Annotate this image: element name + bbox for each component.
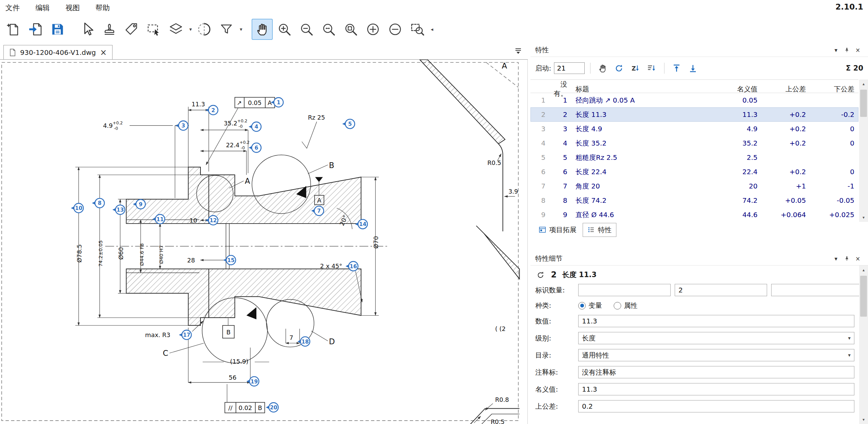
table-row-selected[interactable]: 2 2 长度 11.3 11.3 +0.2 -0.2 bbox=[530, 107, 858, 122]
row-index: 2 bbox=[530, 110, 550, 119]
table-row[interactable]: 5 5 粗糙度Rz 2.5 2.5 bbox=[530, 150, 858, 165]
panel-close-icon[interactable]: × bbox=[852, 254, 863, 263]
renumber-icon[interactable] bbox=[612, 62, 626, 74]
balloon-1[interactable]: 1 bbox=[271, 97, 283, 107]
table-row[interactable]: 8 8 长度 74.2 74.2 +0.05 -0.05 bbox=[530, 193, 858, 208]
layers-dropdown-arrow[interactable]: ▾ bbox=[188, 26, 194, 32]
menu-view[interactable]: 视图 bbox=[65, 3, 80, 13]
table-row[interactable]: 1 1 径向跳动 ↗ 0.05 A 0.05 bbox=[530, 93, 858, 107]
upper-tolerance-field[interactable] bbox=[578, 400, 854, 412]
filter-dropdown-arrow[interactable]: ▾ bbox=[238, 26, 244, 32]
document-tab[interactable]: 930-1200-406-V1.dwg × bbox=[3, 45, 113, 59]
col-header-no[interactable]: 没有。 bbox=[550, 80, 571, 98]
tab-project-extension[interactable]: 项目拓展 bbox=[534, 223, 581, 237]
id-count-field-2[interactable] bbox=[675, 284, 767, 296]
zoom-window-button[interactable] bbox=[340, 19, 361, 40]
details-scrollbar[interactable]: ▴ ▾ bbox=[859, 266, 868, 424]
pick-hand-icon[interactable] bbox=[596, 62, 610, 74]
decrease-button[interactable] bbox=[385, 19, 406, 40]
balloon-5[interactable]: 5 bbox=[342, 119, 355, 129]
scroll-thumb[interactable] bbox=[860, 90, 867, 117]
move-top-icon[interactable] bbox=[670, 62, 684, 74]
save-button[interactable] bbox=[47, 19, 68, 40]
scroll-thumb[interactable] bbox=[860, 276, 867, 317]
id-count-field-1[interactable] bbox=[578, 284, 671, 296]
dim-10: 10 bbox=[190, 217, 197, 224]
stamp-button[interactable] bbox=[99, 19, 120, 40]
balloon-20[interactable]: 20 bbox=[266, 403, 279, 412]
zoom-out-button[interactable] bbox=[296, 19, 317, 40]
table-row[interactable]: 3 3 长度 4.9 4.9 +0.2 0 bbox=[530, 122, 858, 136]
col-header-title[interactable]: 标题 bbox=[571, 85, 693, 94]
panel-collapse-icon[interactable]: ▾ bbox=[830, 254, 841, 263]
scroll-down-icon[interactable]: ▾ bbox=[859, 415, 868, 424]
radio-attribute-label[interactable]: 属性 bbox=[624, 301, 638, 310]
panel-collapse-icon[interactable]: ▾ bbox=[830, 45, 841, 55]
new-document-button[interactable] bbox=[3, 19, 24, 40]
tag-icon bbox=[124, 22, 139, 37]
svg-text:5: 5 bbox=[348, 121, 352, 127]
mirror-arc-button[interactable] bbox=[194, 19, 215, 40]
tab-characteristics[interactable]: 特性 bbox=[583, 223, 616, 237]
scroll-down-icon[interactable]: ▾ bbox=[859, 213, 868, 222]
nominal-field[interactable] bbox=[578, 383, 854, 395]
col-header-lower[interactable]: 下公差 bbox=[810, 85, 858, 94]
move-bottom-icon[interactable] bbox=[686, 62, 700, 74]
balloon-13[interactable]: 13 bbox=[113, 205, 125, 214]
level-select[interactable]: 长度 ▾ bbox=[578, 332, 854, 344]
row-index: 1 bbox=[530, 96, 550, 104]
id-count-field-3[interactable] bbox=[771, 284, 864, 296]
balloon-17[interactable]: 17 bbox=[179, 330, 192, 340]
scroll-up-icon[interactable]: ▴ bbox=[859, 79, 868, 88]
balloon-10[interactable]: 10 bbox=[71, 203, 84, 213]
zoom-extents-button[interactable] bbox=[318, 19, 339, 40]
sort-list-icon[interactable] bbox=[645, 62, 659, 74]
table-row[interactable]: 4 4 长度 35.2 35.2 +0.2 0 bbox=[530, 136, 858, 150]
balloon-3[interactable]: 3 bbox=[176, 121, 188, 131]
note-field[interactable] bbox=[578, 366, 854, 378]
marquee-select-button[interactable] bbox=[143, 19, 164, 40]
balloon-15[interactable]: 15 bbox=[223, 255, 236, 265]
table-row[interactable]: 6 6 长度 22.4 22.4 +0.2 0 bbox=[530, 165, 858, 179]
open-document-button[interactable] bbox=[25, 19, 46, 40]
menu-help[interactable]: 帮助 bbox=[95, 3, 110, 13]
drawing-canvas[interactable]: A ↗ 0.05 A 11. bbox=[0, 60, 528, 424]
value-field[interactable] bbox=[578, 315, 854, 327]
sort-z-icon[interactable]: Z bbox=[629, 62, 642, 74]
balloon-2[interactable]: 2 bbox=[206, 105, 218, 115]
menu-file[interactable]: 文件 bbox=[5, 3, 20, 13]
filter-button[interactable] bbox=[216, 19, 237, 40]
radio-variable[interactable] bbox=[578, 302, 586, 309]
table-scrollbar[interactable]: ▴ ▾ bbox=[859, 79, 868, 222]
tab-close-icon[interactable]: × bbox=[100, 48, 107, 57]
zoom-selection-button[interactable] bbox=[407, 19, 428, 40]
increase-button[interactable] bbox=[362, 19, 384, 40]
layers-button[interactable] bbox=[165, 19, 186, 40]
radio-variable-label[interactable]: 变量 bbox=[588, 301, 602, 310]
zoom-in-button[interactable] bbox=[274, 19, 295, 40]
table-row[interactable]: 7 7 角度 20 20 +1 -1 bbox=[530, 179, 858, 193]
select-arrow-button[interactable] bbox=[77, 19, 98, 40]
col-header-upper[interactable]: 上公差 bbox=[762, 85, 810, 94]
panel-pin-icon[interactable] bbox=[841, 45, 852, 55]
toolbar-collapse-arrow[interactable]: ◂ bbox=[429, 26, 435, 32]
scroll-up-icon[interactable]: ▴ bbox=[859, 266, 868, 274]
balloon-8[interactable]: 8 bbox=[92, 198, 105, 208]
tag-button[interactable] bbox=[121, 19, 142, 40]
radio-attribute[interactable] bbox=[614, 302, 621, 309]
tab-list-menu-button[interactable] bbox=[514, 48, 522, 56]
balloon-6[interactable]: 6 bbox=[249, 143, 261, 153]
start-input[interactable] bbox=[554, 62, 585, 74]
panel-pin-icon[interactable] bbox=[841, 254, 852, 263]
menu-edit[interactable]: 编辑 bbox=[35, 3, 50, 13]
table-row[interactable]: 9 9 直径 Ø 44.6 44.6 +0.064 +0.025 bbox=[530, 208, 858, 222]
balloon-18[interactable]: 18 bbox=[297, 337, 310, 346]
balloon-19[interactable]: 19 bbox=[246, 377, 259, 386]
col-header-nominal[interactable]: 名义值 bbox=[693, 85, 762, 94]
new-document-icon bbox=[6, 22, 21, 37]
balloon-4[interactable]: 4 bbox=[249, 122, 261, 132]
panel-close-icon[interactable]: × bbox=[852, 45, 863, 55]
catalog-select[interactable]: 通用特性 ▾ bbox=[578, 349, 854, 361]
pan-hand-button[interactable] bbox=[252, 19, 273, 40]
flag-label-b: B bbox=[226, 329, 230, 336]
